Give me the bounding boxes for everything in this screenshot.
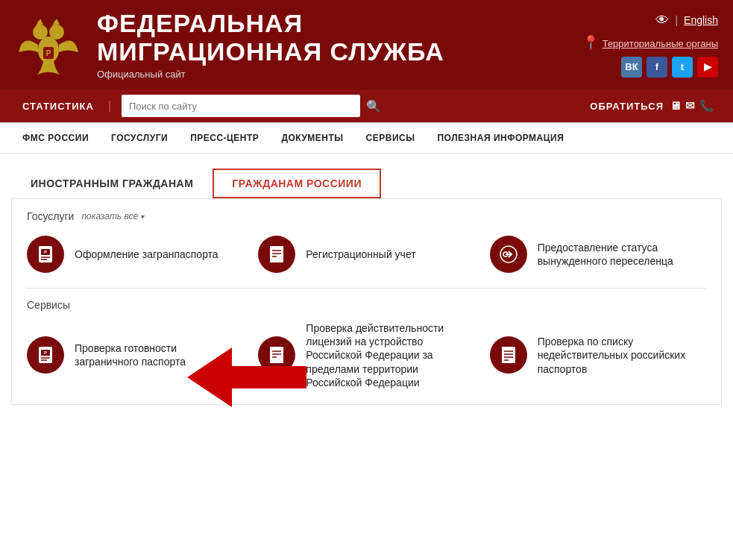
passport-icon-box: P (27, 236, 64, 273)
search-input[interactable] (122, 95, 360, 117)
gosuslugi-header: Госуслуги показать все (27, 210, 706, 222)
show-all-link[interactable]: показать все (81, 211, 144, 221)
citizen-tabs: ИНОСТРАННЫМ ГРАЖДАНАМ ГРАЖДАНАМ РОССИИИ (11, 169, 722, 198)
registration-label: Регистрационный учет (306, 248, 415, 261)
svg-text:P: P (44, 350, 47, 355)
separator (27, 288, 706, 289)
check-invalid-label: Проверка по списку недействительных росс… (538, 335, 706, 376)
check-invalid-icon-box (490, 336, 527, 374)
status-icon-box (490, 236, 527, 273)
contact-button[interactable]: ОБРАТИТЬСЯ 🖥 ✉ 📞 (579, 99, 726, 113)
check-licenses-icon-box (258, 336, 295, 374)
check-passport-label: Проверка готовности заграничного паспорт… (75, 342, 243, 368)
main-navigation: ФМС РОССИИ ГОСУСЛУГИ ПРЕСС-ЦЕНТР ДОКУМЕН… (0, 122, 733, 154)
header-right: 👁 | English 📍 Территориальные органы ВК … (582, 13, 718, 78)
nav-gosuslugi[interactable]: ГОСУСЛУГИ (100, 123, 179, 153)
service-status[interactable]: Предоставление статуса вынужденного пере… (490, 236, 706, 273)
vk-button[interactable]: ВК (621, 57, 642, 78)
header-subtitle: Официальный сайт (97, 69, 444, 80)
svg-text:P: P (46, 49, 51, 57)
stats-label[interactable]: СТАТИСТИКА (7, 101, 110, 112)
header-title: ФЕДЕРАЛЬНАЯ МИГРАЦИОННАЯ СЛУЖБА (97, 10, 444, 66)
zagranpassport-label: Оформление загранпаспорта (75, 248, 218, 261)
list-icon (498, 345, 519, 365)
svg-rect-25 (270, 347, 283, 363)
servisy-title: Сервисы (27, 299, 706, 311)
svg-text:P: P (44, 250, 47, 254)
document-icon (266, 244, 287, 265)
phone-icon: 📞 (699, 99, 714, 113)
social-row: ВК f t ▶ (621, 57, 718, 78)
arrow-right-icon (498, 244, 519, 265)
tw-button[interactable]: t (672, 57, 693, 78)
lang-row: 👁 | English (655, 13, 718, 28)
gosuslugi-grid: P Оформление загранпаспорта Регистрацион… (27, 236, 706, 273)
main-content: ИНОСТРАННЫМ ГРАЖДАНАМ ГРАЖДАНАМ РОССИИИ … (0, 154, 733, 420)
gosuslugi-title: Госуслуги (27, 210, 74, 222)
svg-point-1 (33, 25, 48, 40)
nav-docs[interactable]: ДОКУМЕНТЫ (270, 123, 354, 153)
svg-point-2 (49, 25, 64, 40)
search-navbar: СТАТИСТИКА 🔍 ОБРАТИТЬСЯ 🖥 ✉ 📞 (0, 89, 733, 122)
registration-icon-box (258, 236, 295, 273)
tab-russia[interactable]: ГРАЖДАНАМ РОССИИИ (213, 169, 381, 198)
fb-button[interactable]: f (647, 57, 667, 78)
nav-info[interactable]: ПОЛЕЗНАЯ ИНФОРМАЦИЯ (426, 123, 575, 153)
mail-icon: ✉ (685, 99, 696, 113)
service-check-passport[interactable]: P Проверка готовности заграничного паспо… (27, 321, 243, 389)
header-left: P ФЕДЕРАЛЬНАЯ МИГРАЦИОННАЯ СЛУЖБА Официа… (15, 10, 444, 80)
services-section-box: Госуслуги показать все P Оформление загр… (11, 198, 722, 405)
nav-fms[interactable]: ФМС РОССИИ (11, 123, 100, 153)
passport-icon: P (35, 244, 56, 265)
header-title-block: ФЕДЕРАЛЬНАЯ МИГРАЦИОННАЯ СЛУЖБА Официаль… (97, 10, 444, 80)
passport2-icon: P (35, 345, 56, 365)
check-licenses-label: Проверка действительности лицензий на ус… (306, 321, 474, 389)
servisy-grid: P Проверка готовности заграничного паспо… (27, 321, 706, 389)
service-check-licenses[interactable]: Проверка действительности лицензий на ус… (258, 321, 474, 389)
service-zagranpassport[interactable]: P Оформление загранпаспорта (27, 236, 243, 273)
service-check-invalid[interactable]: Проверка по списку недействительных росс… (490, 321, 706, 389)
service-registration[interactable]: Регистрационный учет (258, 236, 474, 273)
status-label: Предоставление статуса вынужденного пере… (538, 241, 706, 268)
svg-rect-14 (270, 246, 283, 262)
doc2-icon (266, 345, 287, 365)
check-passport-icon-box: P (27, 336, 64, 374)
search-icon[interactable]: 🔍 (366, 99, 381, 113)
english-link[interactable]: English (684, 14, 718, 26)
yt-button[interactable]: ▶ (697, 57, 718, 78)
monitor-icon: 🖥 (670, 99, 682, 113)
territorial-organs: 📍 Территориальные органы (582, 34, 718, 51)
territorial-link[interactable]: Территориальные органы (603, 38, 718, 49)
search-container: 🔍 (110, 95, 579, 117)
logo-emblem: P (15, 11, 82, 78)
site-header: P ФЕДЕРАЛЬНАЯ МИГРАЦИОННАЯ СЛУЖБА Официа… (0, 0, 733, 89)
nav-press[interactable]: ПРЕСС-ЦЕНТР (179, 123, 270, 153)
eye-icon: 👁 (655, 13, 669, 28)
tab-foreign[interactable]: ИНОСТРАННЫМ ГРАЖДАНАМ (11, 169, 213, 198)
nav-services[interactable]: СЕРВИСЫ (355, 123, 427, 153)
